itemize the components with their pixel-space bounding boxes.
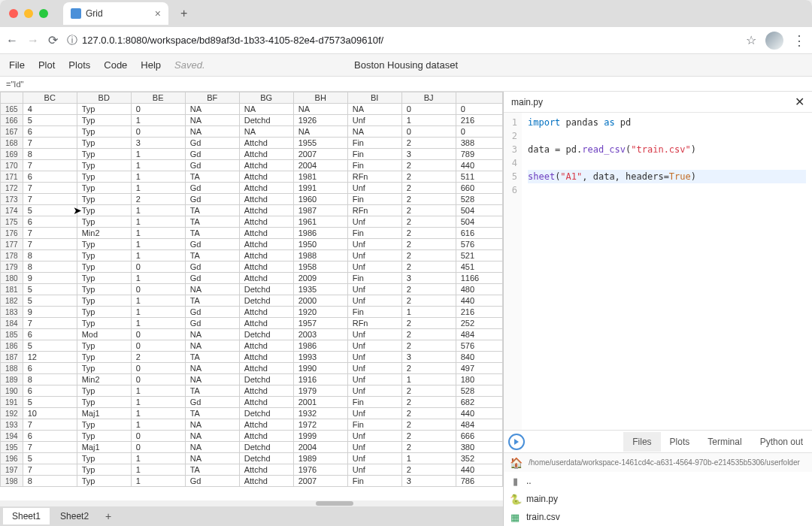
- cell[interactable]: Typ: [77, 239, 131, 250]
- cell[interactable]: Attchd: [239, 363, 293, 374]
- cell[interactable]: Gd: [185, 138, 239, 149]
- cell[interactable]: 5: [23, 340, 77, 352]
- row-header[interactable]: 197: [1, 464, 23, 476]
- table-row[interactable]: 1745Typ1TAAttchd1987RFn2504: [1, 205, 503, 216]
- cell[interactable]: 0: [131, 329, 185, 340]
- cell[interactable]: 1: [131, 307, 185, 318]
- cell[interactable]: 0: [401, 126, 456, 138]
- cell[interactable]: NA: [185, 126, 239, 138]
- cell[interactable]: NA: [185, 442, 239, 453]
- cell[interactable]: Fin: [347, 419, 401, 431]
- table-row[interactable]: 1788Typ1TAAttchd1988Unf2521: [1, 250, 503, 261]
- cell[interactable]: 2007: [293, 476, 347, 487]
- grid-corner[interactable]: [1, 92, 23, 104]
- cell[interactable]: 528: [456, 385, 502, 397]
- cell[interactable]: 2: [401, 160, 456, 171]
- cell[interactable]: 0: [131, 126, 185, 138]
- table-row[interactable]: 1767Min21TAAttchd1986Fin2616: [1, 228, 503, 239]
- table-row[interactable]: 1654Typ0NANANANA00: [1, 104, 503, 115]
- row-header[interactable]: 182: [1, 295, 23, 307]
- cell[interactable]: Attchd: [239, 340, 293, 352]
- cell[interactable]: Unf: [347, 464, 401, 476]
- panel-tab-terminal[interactable]: Terminal: [698, 432, 750, 452]
- cell[interactable]: 1991: [293, 183, 347, 194]
- cell[interactable]: NA: [185, 363, 239, 374]
- cell[interactable]: Attchd: [239, 318, 293, 329]
- cell[interactable]: 6: [23, 431, 77, 442]
- table-row[interactable]: 1865Typ0NAAttchd1986Unf2576: [1, 340, 503, 352]
- menu-help[interactable]: Help: [141, 59, 161, 71]
- cell[interactable]: Unf: [347, 250, 401, 261]
- cell[interactable]: Unf: [347, 442, 401, 453]
- cell[interactable]: Unf: [347, 385, 401, 397]
- cell[interactable]: 6: [23, 126, 77, 138]
- reload-button[interactable]: ⟳: [48, 33, 58, 47]
- add-sheet-button[interactable]: +: [99, 507, 117, 525]
- cell[interactable]: Typ: [77, 352, 131, 363]
- cell[interactable]: Typ: [77, 115, 131, 126]
- cell[interactable]: 528: [456, 194, 502, 205]
- cell[interactable]: Attchd: [239, 385, 293, 397]
- row-header[interactable]: 191: [1, 397, 23, 408]
- horizontal-scrollbar[interactable]: [0, 500, 503, 506]
- cell[interactable]: 2001: [293, 397, 347, 408]
- cell[interactable]: Unf: [347, 115, 401, 126]
- cell[interactable]: Typ: [77, 476, 131, 487]
- cell[interactable]: 2000: [293, 295, 347, 307]
- cell[interactable]: 1926: [293, 115, 347, 126]
- table-row[interactable]: 1809Typ1GdAttchd2009Fin31166: [1, 273, 503, 284]
- cell[interactable]: Attchd: [239, 419, 293, 431]
- cell[interactable]: Detchd: [239, 374, 293, 385]
- url-input[interactable]: ⓘ 127.0.0.1:8080/workspace/bd89af3d-1b33…: [67, 34, 737, 47]
- cell[interactable]: Fin: [347, 273, 401, 284]
- cell[interactable]: Typ: [77, 363, 131, 374]
- cell[interactable]: 1960: [293, 194, 347, 205]
- cell[interactable]: Detchd: [239, 408, 293, 419]
- cell[interactable]: Gd: [185, 239, 239, 250]
- row-header[interactable]: 169: [1, 149, 23, 160]
- cell[interactable]: Typ: [77, 397, 131, 408]
- cell[interactable]: Unf: [347, 329, 401, 340]
- cell[interactable]: 1976: [293, 464, 347, 476]
- cell[interactable]: Attchd: [239, 476, 293, 487]
- cell[interactable]: 3: [131, 138, 185, 149]
- cell[interactable]: 2: [401, 171, 456, 183]
- browser-menu-icon[interactable]: ⋮: [792, 32, 806, 49]
- cell[interactable]: 2: [401, 216, 456, 228]
- cell[interactable]: TA: [185, 408, 239, 419]
- cell[interactable]: 7: [23, 183, 77, 194]
- column-header[interactable]: BJ: [401, 92, 456, 104]
- cell[interactable]: 1: [131, 160, 185, 171]
- row-header[interactable]: 177: [1, 239, 23, 250]
- cell[interactable]: Gd: [185, 273, 239, 284]
- menu-file[interactable]: File: [9, 59, 25, 71]
- table-row[interactable]: 1798Typ0GdAttchd1958Unf2451: [1, 261, 503, 273]
- cell[interactable]: NA: [185, 374, 239, 385]
- cell[interactable]: 1: [131, 205, 185, 216]
- table-row[interactable]: 1707Typ1GdAttchd2004Fin2440: [1, 160, 503, 171]
- cell[interactable]: Gd: [185, 194, 239, 205]
- row-header[interactable]: 196: [1, 453, 23, 464]
- cell[interactable]: 2: [401, 363, 456, 374]
- browser-tab[interactable]: Grid ×: [63, 2, 168, 25]
- cell[interactable]: Gd: [185, 476, 239, 487]
- cell[interactable]: 440: [456, 464, 502, 476]
- cell[interactable]: 504: [456, 216, 502, 228]
- cell[interactable]: Attchd: [239, 261, 293, 273]
- cell[interactable]: 8: [23, 149, 77, 160]
- cell[interactable]: NA: [185, 340, 239, 352]
- cell[interactable]: Attchd: [239, 250, 293, 261]
- cell[interactable]: RFn: [347, 205, 401, 216]
- cell[interactable]: 1: [131, 171, 185, 183]
- cell[interactable]: 12: [23, 352, 77, 363]
- cell[interactable]: Typ: [77, 431, 131, 442]
- cell[interactable]: TA: [185, 228, 239, 239]
- sheet-tab-1[interactable]: Sheet1: [3, 508, 50, 524]
- table-row[interactable]: 1886Typ0NAAttchd1990Unf2497: [1, 363, 503, 374]
- cell[interactable]: 6: [23, 171, 77, 183]
- cell[interactable]: Attchd: [239, 397, 293, 408]
- cell[interactable]: 388: [456, 138, 502, 149]
- cell[interactable]: Typ: [77, 261, 131, 273]
- table-row[interactable]: 19210Maj11TADetchd1932Unf2440: [1, 408, 503, 419]
- cell[interactable]: NA: [239, 126, 293, 138]
